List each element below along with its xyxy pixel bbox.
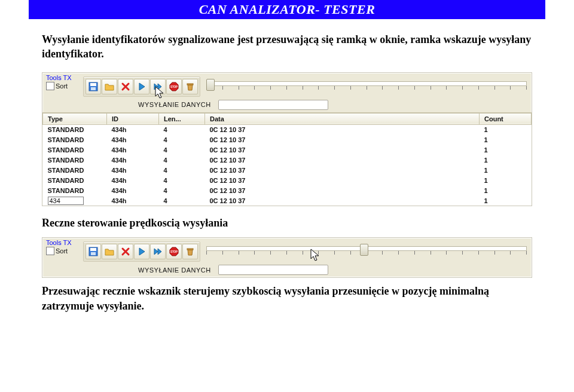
svg-rect-4 bbox=[187, 84, 193, 85]
table-cell: 434h bbox=[107, 155, 159, 165]
save-icon bbox=[88, 247, 98, 256]
table-cell: 1 bbox=[480, 155, 532, 165]
header-bar: CAN ANALIZATOR- TESTER bbox=[29, 0, 545, 19]
trash-icon bbox=[185, 82, 195, 91]
col-id[interactable]: ID bbox=[107, 113, 159, 124]
panel-tx-2: Tools TX Sort bbox=[42, 237, 532, 278]
svg-rect-1 bbox=[90, 83, 96, 86]
table-row-editing[interactable]: 434434h40C 12 10 371 bbox=[43, 195, 532, 206]
trash-button[interactable] bbox=[182, 79, 198, 94]
table-cell: STANDARD bbox=[43, 185, 107, 195]
table-cell: 434h bbox=[107, 165, 159, 175]
table-cell: 1 bbox=[480, 185, 532, 195]
save-icon bbox=[88, 82, 98, 91]
delete-button[interactable] bbox=[118, 79, 133, 94]
paragraph-2: Reczne sterowanie prędkoscią wysyłania bbox=[42, 216, 532, 230]
table-row[interactable]: STANDARD434h40C 12 10 371 bbox=[43, 145, 532, 155]
table-cell: 1 bbox=[480, 195, 532, 206]
forward-button-2[interactable] bbox=[150, 244, 166, 259]
svg-rect-9 bbox=[187, 249, 193, 250]
sort-label: Sort bbox=[56, 82, 68, 90]
slider-thumb[interactable] bbox=[206, 79, 215, 91]
table-cell: STANDARD bbox=[43, 145, 107, 155]
table-row[interactable]: STANDARD434h40C 12 10 371 bbox=[43, 175, 532, 185]
table-row[interactable]: STANDARD434h40C 12 10 371 bbox=[43, 165, 532, 175]
table-cell: 4 bbox=[159, 195, 205, 206]
svg-text:STOP: STOP bbox=[170, 250, 178, 253]
sort-label-2: Sort bbox=[56, 247, 68, 255]
status-label-2: WYSYŁANIE DANYCH bbox=[138, 267, 211, 274]
table-cell: 4 bbox=[159, 134, 205, 145]
col-len[interactable]: Len... bbox=[159, 113, 205, 124]
delete-icon bbox=[121, 247, 130, 256]
save-button[interactable] bbox=[86, 79, 101, 94]
slider-thumb-2[interactable] bbox=[360, 244, 368, 256]
status-label: WYSYŁANIE DANYCH bbox=[138, 101, 211, 108]
stop-icon: STOP bbox=[169, 82, 179, 91]
table-cell: STANDARD bbox=[43, 155, 107, 165]
play-button[interactable] bbox=[134, 79, 149, 94]
open-button-2[interactable] bbox=[102, 244, 117, 259]
table-row[interactable]: STANDARD434h40C 12 10 371 bbox=[43, 124, 532, 134]
table-cell: 4 bbox=[159, 124, 205, 134]
paragraph-1: Wysyłanie identyfikatorów sygnalizowane … bbox=[42, 32, 532, 62]
trash-icon bbox=[185, 247, 195, 256]
table-cell: 1 bbox=[480, 134, 532, 145]
play-icon bbox=[137, 247, 146, 256]
play-icon bbox=[137, 82, 146, 91]
table-cell: 4 bbox=[159, 185, 205, 195]
svg-rect-2 bbox=[91, 87, 96, 90]
table-cell: 0C 12 10 37 bbox=[205, 155, 480, 165]
col-type[interactable]: Type bbox=[43, 113, 107, 124]
speed-slider-1[interactable] bbox=[206, 78, 527, 93]
tools-tx-label-2[interactable]: Tools TX bbox=[46, 239, 81, 246]
table-cell: 1 bbox=[480, 175, 532, 185]
svg-rect-6 bbox=[90, 248, 96, 251]
table-cell: 1 bbox=[480, 145, 532, 155]
table-cell: STANDARD bbox=[43, 134, 107, 145]
table-header-row: Type ID Len... Data Count bbox=[43, 113, 532, 124]
delete-button-2[interactable] bbox=[118, 244, 133, 259]
table-cell: 4 bbox=[159, 165, 205, 175]
folder-open-icon bbox=[105, 82, 114, 91]
table-cell: 0C 12 10 37 bbox=[205, 185, 480, 195]
col-count[interactable]: Count bbox=[480, 113, 532, 124]
stop-button[interactable]: STOP bbox=[166, 79, 182, 94]
stop-icon: STOP bbox=[169, 247, 179, 256]
table-cell: 434h bbox=[107, 134, 159, 145]
table-cell: 0C 12 10 37 bbox=[205, 195, 480, 206]
toolbar: STOP bbox=[83, 76, 200, 97]
forward-button[interactable] bbox=[150, 79, 166, 94]
stop-button-2[interactable]: STOP bbox=[166, 244, 182, 259]
forward-icon bbox=[153, 247, 163, 256]
speed-slider-2[interactable] bbox=[206, 243, 527, 258]
toolbar-2: STOP bbox=[83, 241, 200, 262]
sort-checkbox-2[interactable] bbox=[46, 247, 54, 255]
sort-checkbox[interactable] bbox=[46, 82, 54, 90]
table-cell: 0C 12 10 37 bbox=[205, 134, 480, 145]
table-cell: STANDARD bbox=[43, 175, 107, 185]
table-cell: 0C 12 10 37 bbox=[205, 165, 480, 175]
folder-open-icon bbox=[105, 247, 114, 256]
tools-tx-label[interactable]: Tools TX bbox=[46, 74, 81, 81]
save-button-2[interactable] bbox=[86, 244, 101, 259]
delete-icon bbox=[121, 82, 130, 91]
trash-button-2[interactable] bbox=[182, 244, 198, 259]
table-cell: 434h bbox=[107, 195, 159, 206]
svg-text:STOP: STOP bbox=[170, 85, 178, 88]
editing-cell[interactable]: 434 bbox=[43, 195, 107, 206]
table-cell: 1 bbox=[480, 165, 532, 175]
table-row[interactable]: STANDARD434h40C 12 10 371 bbox=[43, 155, 532, 165]
table-cell: 4 bbox=[159, 175, 205, 185]
play-button-2[interactable] bbox=[134, 244, 149, 259]
table-row[interactable]: STANDARD434h40C 12 10 371 bbox=[43, 134, 532, 145]
col-data[interactable]: Data bbox=[205, 113, 480, 124]
table-cell: STANDARD bbox=[43, 124, 107, 134]
tx-table: Type ID Len... Data Count STANDARD434h40… bbox=[42, 112, 532, 206]
svg-rect-7 bbox=[91, 252, 96, 255]
open-button[interactable] bbox=[102, 79, 117, 94]
table-cell: 434h bbox=[107, 124, 159, 134]
table-row[interactable]: STANDARD434h40C 12 10 371 bbox=[43, 185, 532, 195]
table-cell: 434h bbox=[107, 185, 159, 195]
table-cell: 434h bbox=[107, 145, 159, 155]
